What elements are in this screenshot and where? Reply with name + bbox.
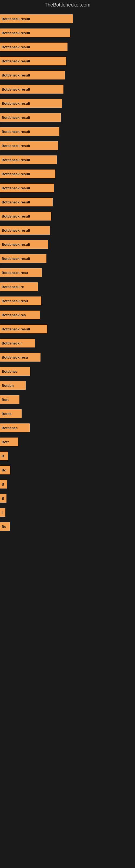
- bar-row: Bott: [0, 393, 135, 407]
- bars-container: Bottleneck resultBottleneck resultBottle…: [0, 9, 135, 536]
- bar-label: Bott: [2, 440, 9, 444]
- bottleneck-bar: Bottleneck result: [0, 169, 55, 178]
- bottleneck-bar: Bottleneck result: [0, 141, 58, 150]
- bar-row: Bottleneck result: [0, 322, 135, 336]
- bar-row: Bottleneck result: [0, 195, 135, 209]
- site-title: TheBottlenecker.com: [0, 0, 135, 9]
- bar-label: Bottleneck result: [2, 144, 30, 148]
- bar-label: B: [2, 454, 4, 458]
- bar-label: Bottleneck resu: [2, 271, 28, 275]
- bar-row: Bottleneck result: [0, 251, 135, 266]
- bar-label: Bottlenec: [2, 426, 17, 430]
- bar-label: B: [2, 496, 4, 500]
- bar-row: Bottleneck result: [0, 68, 135, 82]
- bar-row: Bottleneck result: [0, 124, 135, 138]
- bottleneck-bar: Bottleneck result: [0, 254, 46, 263]
- bar-label: Bottle: [2, 412, 12, 416]
- bar-row: Bott: [0, 435, 135, 449]
- bottleneck-bar: B: [0, 494, 6, 503]
- bottleneck-bar: Bottleneck result: [0, 155, 57, 164]
- bottleneck-bar: Bottleneck result: [0, 226, 50, 235]
- bar-row: I: [0, 505, 135, 520]
- bar-label: Bottlenec: [2, 369, 17, 373]
- bottleneck-bar: Bottleneck result: [0, 127, 59, 136]
- bar-row: Bottleneck result: [0, 12, 135, 26]
- bottleneck-bar: Bottlenec: [0, 367, 30, 376]
- bottleneck-bar: Bottleneck result: [0, 113, 61, 122]
- bar-row: Bottlen: [0, 378, 135, 393]
- bar-row: B: [0, 491, 135, 505]
- bottleneck-bar: Bottleneck result: [0, 71, 65, 80]
- bar-label: Bottleneck result: [2, 200, 30, 204]
- bottleneck-bar: Bottleneck resu: [0, 268, 42, 277]
- bar-row: Bottleneck result: [0, 40, 135, 54]
- bar-label: Bottleneck result: [2, 31, 30, 35]
- bar-row: Bottleneck result: [0, 26, 135, 40]
- bar-row: Bottleneck result: [0, 96, 135, 111]
- bar-label: I: [2, 510, 3, 515]
- bar-label: Bottleneck result: [2, 101, 30, 105]
- bar-label: Bottleneck result: [2, 214, 30, 218]
- bar-label: Bottleneck resu: [2, 299, 28, 303]
- bottleneck-bar: I: [0, 508, 5, 517]
- bar-label: B: [2, 482, 4, 486]
- bar-row: Bottle: [0, 407, 135, 421]
- bar-label: Bottleneck result: [2, 130, 30, 134]
- bar-label: Bottleneck re: [2, 285, 24, 289]
- bar-label: Bo: [2, 468, 6, 472]
- bottleneck-bar: Bottleneck result: [0, 14, 73, 23]
- bar-row: Bo: [0, 463, 135, 477]
- bar-label: Bottleneck result: [2, 243, 30, 247]
- bottleneck-bar: Bottle: [0, 409, 21, 418]
- bar-label: Bottleneck resu: [2, 355, 28, 360]
- bottleneck-bar: Bott: [0, 437, 18, 446]
- bottleneck-bar: Bottleneck resu: [0, 297, 41, 305]
- bottleneck-bar: Bottleneck result: [0, 42, 68, 51]
- bar-label: Bottleneck result: [2, 87, 30, 91]
- bar-row: Bottlenec: [0, 421, 135, 435]
- bar-label: Bottlen: [2, 383, 14, 388]
- bar-label: Bottleneck result: [2, 158, 30, 162]
- bar-row: Bottleneck result: [0, 54, 135, 68]
- bottleneck-bar: Bottleneck result: [0, 29, 70, 37]
- bar-row: Bottleneck res: [0, 308, 135, 322]
- bottleneck-bar: Bottleneck result: [0, 198, 53, 207]
- bar-label: Bottleneck result: [2, 17, 30, 21]
- bar-label: Bottleneck r: [2, 341, 22, 345]
- bar-row: Bottleneck result: [0, 138, 135, 153]
- bottleneck-bar: Bottleneck resu: [0, 353, 41, 362]
- bar-row: Bottleneck resu: [0, 266, 135, 280]
- bottleneck-bar: Bottlen: [0, 381, 26, 390]
- bottleneck-bar: Bottleneck result: [0, 184, 54, 192]
- bar-label: Bottleneck result: [2, 45, 30, 49]
- bar-label: Bottleneck result: [2, 327, 30, 331]
- bar-row: B: [0, 477, 135, 491]
- bar-row: Bottleneck resu: [0, 294, 135, 308]
- bar-label: Bott: [2, 398, 9, 402]
- bar-row: Bottleneck re: [0, 280, 135, 294]
- bar-row: B: [0, 449, 135, 463]
- bar-label: Bottleneck result: [2, 257, 30, 261]
- bar-row: Bottleneck result: [0, 181, 135, 195]
- bottleneck-bar: Bottleneck re: [0, 282, 38, 291]
- bar-row: Bottleneck result: [0, 111, 135, 124]
- bottleneck-bar: Bo: [0, 522, 10, 531]
- bar-row: Bottleneck resu: [0, 350, 135, 364]
- bottleneck-bar: B: [0, 452, 8, 460]
- bar-row: Bottleneck result: [0, 209, 135, 223]
- bottleneck-bar: Bottleneck res: [0, 311, 40, 319]
- bar-row: Bottleneck result: [0, 223, 135, 237]
- bar-label: Bottleneck result: [2, 172, 30, 176]
- bar-row: Bottlenec: [0, 364, 135, 378]
- bottleneck-bar: B: [0, 480, 7, 489]
- bottleneck-bar: Bottleneck result: [0, 85, 63, 94]
- bar-label: Bottleneck result: [2, 116, 30, 120]
- site-title-container: TheBottlenecker.com: [0, 0, 135, 9]
- bar-row: Bottleneck r: [0, 336, 135, 350]
- bar-label: Bottleneck result: [2, 73, 30, 77]
- bar-row: Bo: [0, 520, 135, 533]
- bar-row: Bottleneck result: [0, 153, 135, 167]
- bar-row: Bottleneck result: [0, 237, 135, 251]
- bar-label: Bo: [2, 525, 6, 529]
- bottleneck-bar: Bottleneck result: [0, 57, 66, 65]
